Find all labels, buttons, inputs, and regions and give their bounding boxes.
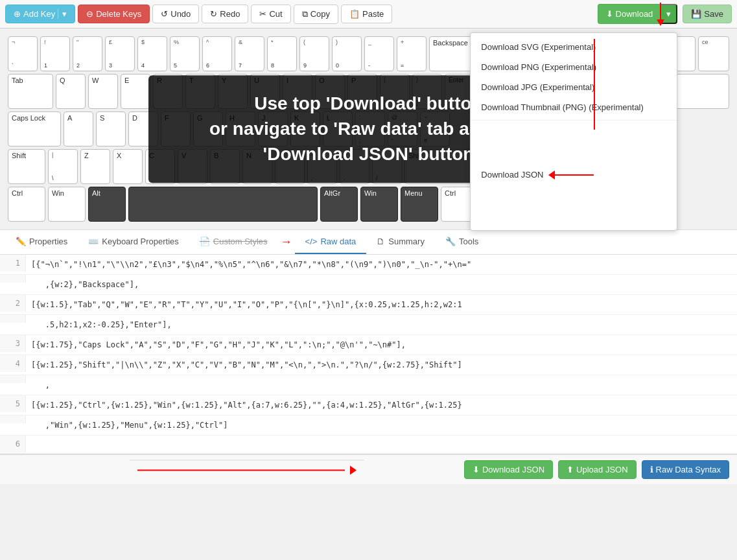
line-content-1: [{"¬\n`","!\n1","\"\\n2","£\n3","$\n4","… [26, 255, 737, 274]
code-icon: </> [305, 237, 318, 246]
save-button[interactable]: 💾 Save [683, 5, 732, 23]
bottom-bar: ⬇ Download JSON ⬆ Upload JSON ℹ Raw Data… [0, 454, 737, 484]
line-num-1b [0, 275, 26, 283]
key-ctrl-left[interactable]: Ctrl [8, 187, 45, 222]
dropdown-arrow-add[interactable]: ▾ [58, 9, 67, 19]
key-alt-left[interactable]: Alt [88, 187, 126, 222]
code-line-5b: ,"Win",{w:1.25},"Menu",{w:1.25},"Ctrl"] [0, 415, 737, 436]
key-tab[interactable]: Tab [8, 74, 53, 109]
paste-icon: 📋 [349, 9, 360, 19]
copy-icon: ⧉ [302, 9, 308, 19]
tabs-bar: ✏️ Properties ⌨️ Keyboard Properties 📄 C… [0, 230, 737, 255]
code-line-4b: , [0, 375, 737, 395]
tab-raw-data[interactable]: </> Raw data [295, 230, 367, 254]
key-e[interactable]: E [121, 74, 150, 109]
tab-arrow-right: → [281, 235, 292, 249]
tab-keyboard-properties[interactable]: ⌨️ Keyboard Properties [78, 230, 189, 254]
plus-icon: ⊕ [14, 9, 21, 19]
tab-custom-styles[interactable]: 📄 Custom Styles [189, 230, 278, 254]
key-space[interactable] [128, 187, 318, 222]
code-line-2: 2 [{w:1.5},"Tab","Q","W","E","R","T","Y"… [0, 295, 737, 315]
download-jpg-option[interactable]: Download JPG (Experimental) [471, 77, 677, 97]
tab-properties[interactable]: ✏️ Properties [5, 230, 78, 254]
bottom-raw-syntax-button[interactable]: ℹ Raw Data Syntax [642, 460, 729, 479]
download-svg-option[interactable]: Download SVG (Experimental) [471, 37, 677, 57]
keyboard-icon: ⌨️ [88, 237, 99, 246]
key-z[interactable]: Z [80, 149, 110, 184]
code-line-6: 6 [0, 436, 737, 454]
bottom-upload-json-button[interactable]: ⬆ Upload JSON [558, 460, 636, 479]
delete-keys-button[interactable]: ⊖ Delete Keys [78, 5, 150, 23]
key-4[interactable]: $4 [137, 36, 167, 71]
code-area: 1 [{"¬\n`","!\n1","\"\\n2","£\n3","$\n4"… [0, 255, 737, 454]
cut-icon: ✂ [259, 9, 266, 19]
save-icon: 💾 [691, 9, 701, 19]
key-6[interactable]: ^6 [202, 36, 232, 71]
add-key-button[interactable]: ⊕ Add Key ▾ [5, 5, 75, 23]
line-content-5: [{w:1.25},"Ctrl",{w:1.25},"Win",{w:1.25}… [26, 395, 737, 415]
key-win-left[interactable]: Win [48, 187, 86, 222]
paste-button[interactable]: 📋 Paste [341, 5, 392, 23]
key-minus[interactable]: _- [364, 36, 394, 71]
key-5[interactable]: %5 [170, 36, 200, 71]
minus-icon: ⊖ [86, 9, 93, 19]
doc-icon: 🗋 [377, 237, 385, 246]
tab-summary[interactable]: 🗋 Summary [366, 230, 435, 254]
redo-button[interactable]: ↻ Redo [202, 5, 248, 23]
key-q[interactable]: Q [56, 74, 86, 109]
key-9[interactable]: (9 [299, 36, 329, 71]
cut-button[interactable]: ✂ Cut [251, 5, 290, 23]
line-content-3: [{w:1.75},"Caps Lock","A","S","D","F","G… [26, 335, 737, 355]
key-win-right[interactable]: Win [360, 187, 398, 222]
tab-tools[interactable]: 🔧 Tools [435, 230, 489, 254]
key-backtick[interactable]: ¬` [8, 36, 38, 71]
key-x[interactable]: X [113, 149, 143, 184]
key-3[interactable]: £3 [105, 36, 135, 71]
key-menu[interactable]: Menu [401, 187, 438, 222]
download-button[interactable]: ⬇ Download [598, 4, 661, 24]
line-num-2: 2 [0, 295, 26, 312]
line-content-4: [{w:1.25},"Shift","|\n\\","Z","X","C","V… [26, 355, 737, 375]
copy-button[interactable]: ⧉ Copy [294, 5, 338, 24]
bottom-bar-arrow [130, 460, 364, 480]
line-num-3: 3 [0, 335, 26, 352]
line-content-5b: ,"Win",{w:1.25},"Menu",{w:1.25},"Ctrl"] [26, 415, 737, 435]
key-7[interactable]: &7 [235, 36, 264, 71]
download-json-option[interactable]: Download JSON [471, 123, 677, 226]
code-line-3: 3 [{w:1.75},"Caps Lock","A","S","D","F",… [0, 335, 737, 355]
file-icon: 📄 [200, 237, 210, 246]
key-a[interactable]: A [64, 111, 93, 146]
undo-icon: ↺ [161, 9, 168, 19]
code-line-4: 4 [{w:1.25},"Shift","|\n\\","Z","X","C",… [0, 355, 737, 375]
code-line-5: 5 [{w:1.25},"Ctrl",{w:1.25},"Win",{w:1.2… [0, 395, 737, 415]
line-content-6 [26, 436, 737, 443]
key-2[interactable]: "2 [73, 36, 102, 71]
code-line-2b: .5,h2:1,x2:-0.25},"Enter"], [0, 315, 737, 335]
info-icon: ℹ [650, 465, 653, 474]
line-num-5b [0, 415, 26, 423]
key-0[interactable]: )0 [332, 36, 362, 71]
line-content-4b: , [26, 375, 737, 395]
key-8[interactable]: *8 [267, 36, 297, 71]
key-1[interactable]: !1 [40, 36, 70, 71]
download-png-option[interactable]: Download PNG (Experimental) [471, 57, 677, 77]
toolbar: ⊕ Add Key ▾ ⊖ Delete Keys ↺ Undo ↻ Redo … [0, 0, 737, 29]
key-shift-left[interactable]: Shift [8, 149, 45, 184]
edit-icon: ✏️ [16, 237, 26, 246]
code-line-1b: ,{w:2},"Backspace"], [0, 275, 737, 295]
key-equals[interactable]: += [397, 36, 427, 71]
key-w[interactable]: W [88, 74, 118, 109]
line-num-1: 1 [0, 255, 26, 272]
line-content-2b: .5,h2:1,x2:-0.25},"Enter"], [26, 315, 737, 334]
key-s[interactable]: S [96, 111, 126, 146]
undo-button[interactable]: ↺ Undo [152, 5, 199, 23]
key-altgr[interactable]: AltGr [320, 187, 358, 222]
download-thumb-option[interactable]: Download Thumbnail (PNG) (Experimental) [471, 97, 677, 117]
redo-icon: ↻ [210, 9, 217, 19]
download-json-label: Download JSON [481, 170, 543, 180]
code-line-1: 1 [{"¬\n`","!\n1","\"\\n2","£\n3","$\n4"… [0, 255, 737, 275]
key-capslock[interactable]: Caps Lock [8, 111, 61, 146]
bottom-download-json-button[interactable]: ⬇ Download JSON [464, 460, 553, 479]
key-ce[interactable]: ce [698, 36, 729, 71]
key-backslash[interactable]: |\ [48, 149, 78, 184]
